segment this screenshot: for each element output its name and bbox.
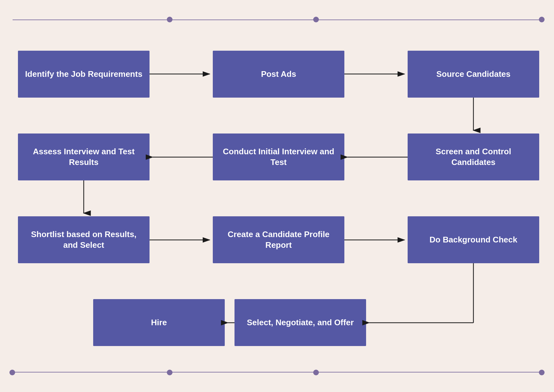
box-post-ads: Post Ads xyxy=(213,51,344,98)
top-dot-mid xyxy=(313,17,319,22)
box-select-negotiate: Select, Negotiate, and Offer xyxy=(235,299,366,346)
bottom-dot-mid-right xyxy=(313,370,319,375)
box-identify-job-requirements: Identify the Job Requirements xyxy=(18,51,150,98)
diagram-container: Identify the Job Requirements Post Ads S… xyxy=(0,0,554,392)
box-assess-interview: Assess Interview and Test Results xyxy=(18,134,150,180)
bottom-dot-right xyxy=(539,370,545,375)
bottom-dot-mid-left xyxy=(167,370,172,375)
box-screen-candidates: Screen and Control Candidates xyxy=(408,134,539,180)
box-create-profile: Create a Candidate Profile Report xyxy=(213,216,344,263)
box-background-check: Do Background Check xyxy=(408,216,539,263)
top-dot-left xyxy=(167,17,172,22)
box-hire: Hire xyxy=(93,299,225,346)
bottom-dot-left xyxy=(9,370,15,375)
box-conduct-interview: Conduct Initial Interview and Test xyxy=(213,134,344,180)
box-source-candidates: Source Candidates xyxy=(408,51,539,98)
bottom-decorative-line xyxy=(13,372,541,372)
top-dot-right xyxy=(539,17,545,22)
box-shortlist: Shortlist based on Results, and Select xyxy=(18,216,150,263)
top-decorative-line xyxy=(13,20,541,20)
